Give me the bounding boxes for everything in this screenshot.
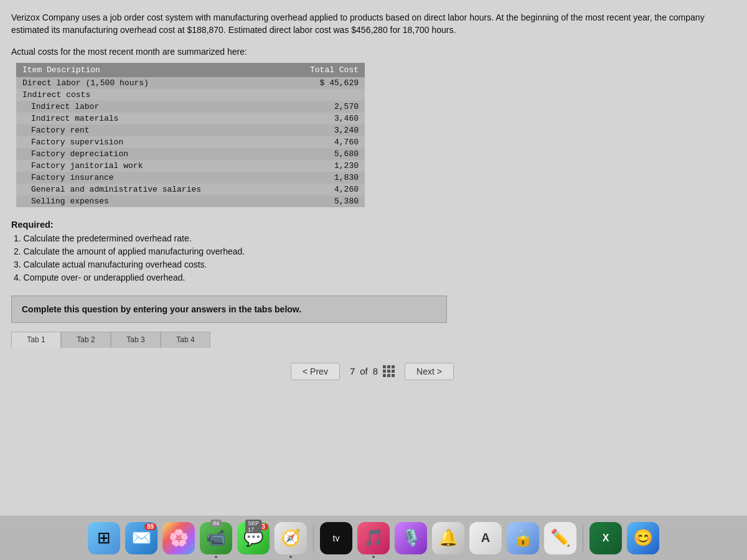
col2-header: Total Cost: [280, 63, 365, 77]
pencil-icon: ✏️: [550, 528, 570, 548]
tab-1[interactable]: Tab 1: [11, 332, 61, 348]
dock-vpn[interactable]: 🔒: [507, 522, 539, 554]
safari-dot: [289, 556, 292, 558]
table-row-value: 1,230: [280, 160, 365, 172]
photos-icon: 🌸: [169, 528, 189, 548]
mail-icon: ✉️: [131, 528, 151, 548]
tabs-area: Tab 1Tab 2Tab 3Tab 4: [11, 332, 733, 348]
dock: ⊞ ✉️ 89 🌸 84 📹 💬 3 SEP 17 🧭 tv 🎵 🎙️ 🔔 A: [0, 515, 747, 560]
excel-icon: X: [603, 533, 609, 544]
required-item: 3. Calculate actual manufacturing overhe…: [14, 258, 733, 271]
finder-icon: 😊: [633, 528, 653, 548]
table-row-value: 4,760: [280, 136, 365, 148]
table-row-value: 2,570: [280, 101, 365, 113]
dock-photos[interactable]: 🌸: [162, 522, 195, 554]
table-row-label: Factory rent: [16, 124, 280, 136]
dock-appletv[interactable]: tv: [320, 522, 352, 554]
music-icon: 🎵: [364, 528, 383, 548]
table-row-value: $ 45,629: [280, 77, 365, 89]
required-item: 1. Calculate the predetermined overhead …: [14, 232, 733, 245]
required-title: Required:: [11, 220, 733, 230]
cost-table: Item Description Total Cost Direct labor…: [16, 63, 365, 207]
facetime-icon: 📹: [206, 528, 226, 548]
table-row-label: General and administrative salaries: [16, 184, 280, 195]
tab-3[interactable]: Tab 3: [111, 332, 161, 348]
table-row-label: Factory depreciation: [16, 148, 280, 160]
vpn-icon: 🔒: [513, 528, 533, 548]
dock-divider-2: [583, 525, 583, 552]
actual-costs-label: Actual costs for the most recent month a…: [11, 47, 733, 57]
dock-notif[interactable]: 🔔: [432, 522, 464, 554]
tab-2[interactable]: Tab 2: [61, 332, 111, 348]
texteditor-icon: A: [481, 531, 490, 545]
dock-music[interactable]: 🎵: [357, 522, 390, 554]
table-row-value: 1,830: [280, 172, 365, 184]
table-row-value: [280, 89, 365, 101]
table-row-label: Factory janitorial work: [16, 160, 280, 172]
required-item: 4. Compute over- or underapplied overhea…: [14, 271, 733, 284]
appletv-icon: tv: [333, 533, 340, 543]
grid-icon: [383, 365, 395, 377]
dock-mail[interactable]: ✉️ 89: [125, 522, 157, 554]
pagination-bar: < Prev 7 of 8 Next >: [11, 359, 733, 384]
facetime-badge: 84: [210, 520, 222, 527]
dock-pencil[interactable]: ✏️: [544, 522, 576, 554]
required-section: Required: 1. Calculate the predetermined…: [11, 220, 733, 284]
dock-divider-1: [313, 525, 314, 552]
main-content: Verizox Company uses a job order cost sy…: [0, 0, 747, 523]
total-pages: 8: [373, 366, 378, 376]
launchpad-icon: ⊞: [97, 528, 111, 548]
table-row-label: Indirect labor: [16, 101, 280, 113]
dock-texteditor[interactable]: A: [469, 522, 502, 554]
table-row-label: Factory insurance: [16, 172, 280, 184]
required-item: 2. Calculate the amount of applied manuf…: [14, 245, 733, 258]
page-info: 7 of 8: [350, 365, 395, 377]
complete-box: Complete this question by entering your …: [11, 296, 447, 323]
music-dot: [372, 556, 375, 558]
table-row-value: 3,460: [280, 113, 365, 124]
tab-4[interactable]: Tab 4: [161, 332, 210, 348]
table-row-value: 5,380: [280, 195, 365, 207]
table-row-label: Factory supervision: [16, 136, 280, 148]
dock-finder[interactable]: 😊: [627, 522, 659, 554]
safari-icon: 🧭: [281, 528, 301, 548]
required-list: 1. Calculate the predetermined overhead …: [14, 232, 733, 284]
dock-podcasts[interactable]: 🎙️: [395, 522, 427, 554]
complete-instruction: Complete this question by entering your …: [22, 304, 301, 314]
sep-date: SEP 17: [245, 520, 261, 533]
dock-safari[interactable]: 🧭: [275, 522, 307, 554]
podcasts-icon: 🎙️: [401, 528, 421, 548]
dock-facetime[interactable]: 84 📹: [200, 522, 232, 554]
problem-intro: Verizox Company uses a job order cost sy…: [11, 11, 727, 37]
mail-badge: 89: [144, 523, 156, 530]
next-button[interactable]: Next >: [405, 363, 454, 380]
table-row-value: 3,240: [280, 124, 365, 136]
table-row-value: 5,680: [280, 148, 365, 160]
facetime-dot: [215, 556, 217, 558]
dock-messages[interactable]: 💬 3 SEP 17: [237, 522, 270, 554]
col1-header: Item Description: [16, 63, 280, 77]
dock-excel[interactable]: X: [590, 522, 622, 554]
current-page: 7: [350, 366, 355, 376]
table-row-value: 4,260: [280, 184, 365, 195]
of-label: of: [360, 366, 368, 376]
table-row-label: Direct labor (1,500 hours): [16, 77, 280, 89]
table-row-label: Indirect materials: [16, 113, 280, 124]
prev-button[interactable]: < Prev: [291, 363, 340, 380]
table-row-label: Indirect costs: [16, 89, 280, 101]
dock-launchpad[interactable]: ⊞: [88, 522, 120, 554]
table-row-label: Selling expenses: [16, 195, 280, 207]
notif-icon: 🔔: [438, 528, 458, 548]
